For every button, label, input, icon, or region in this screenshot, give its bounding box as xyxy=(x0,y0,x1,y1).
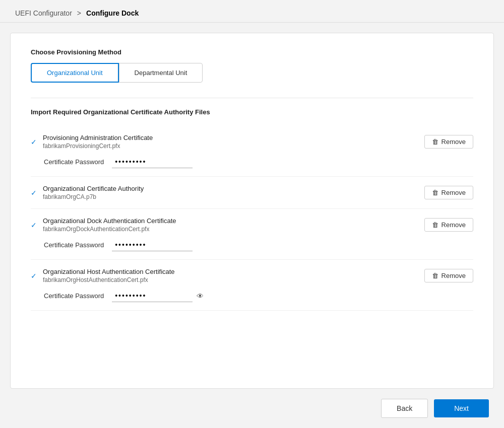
main-panel: Choose Provisioning Method Organizationa… xyxy=(10,33,494,389)
password-label: Certificate Password xyxy=(44,292,104,300)
cert-name: Organizational Host Authentication Certi… xyxy=(43,268,175,275)
cert-name: Organizational Dock Authentication Certi… xyxy=(43,217,176,225)
password-input-wrap: 👁 xyxy=(112,290,206,302)
cert-name: Provisioning Administration Certificate xyxy=(43,134,153,141)
trash-icon: 🗑 xyxy=(432,221,438,229)
cert-password-input-3[interactable] xyxy=(112,239,193,251)
cert-item-org-dock-auth: ✓ Organizational Dock Authentication Cer… xyxy=(31,209,473,260)
check-icon: ✓ xyxy=(31,221,37,229)
cert-row: ✓ Provisioning Administration Certificat… xyxy=(31,134,473,150)
provisioning-tabs: Organizational Unit Departmental Unit xyxy=(31,63,473,83)
next-button[interactable]: Next xyxy=(434,399,489,417)
remove-label: Remove xyxy=(442,189,466,196)
remove-org-ca-button[interactable]: 🗑 Remove xyxy=(424,186,473,199)
certificates-section-title: Import Required Organizational Certifica… xyxy=(31,108,473,116)
cert-left: ✓ Organizational Dock Authentication Cer… xyxy=(31,217,176,233)
section-divider xyxy=(31,98,473,98)
cert-info: Organizational Host Authentication Certi… xyxy=(43,268,175,283)
cert-item-prov-admin: ✓ Provisioning Administration Certificat… xyxy=(31,126,473,177)
cert-info: Organizational Dock Authentication Certi… xyxy=(43,217,176,233)
cert-row: ✓ Organizational Dock Authentication Cer… xyxy=(31,217,473,233)
back-button[interactable]: Back xyxy=(381,399,428,418)
cert-name: Organizational Certificate Authority xyxy=(43,185,144,192)
remove-org-dock-auth-button[interactable]: 🗑 Remove xyxy=(424,218,473,232)
cert-row: ✓ Organizational Certificate Authority f… xyxy=(31,185,473,200)
password-input-wrap xyxy=(112,239,193,251)
password-row: Certificate Password 👁 xyxy=(31,290,473,302)
tab-organizational-unit[interactable]: Organizational Unit xyxy=(31,63,119,83)
remove-label: Remove xyxy=(442,221,466,229)
password-row: Certificate Password xyxy=(31,239,473,251)
remove-org-host-auth-button[interactable]: 🗑 Remove xyxy=(424,269,473,282)
cert-item-org-ca: ✓ Organizational Certificate Authority f… xyxy=(31,177,473,209)
cert-password-input-1[interactable] xyxy=(112,156,193,168)
trash-icon: 🗑 xyxy=(432,138,438,146)
cert-password-input-4[interactable] xyxy=(112,290,193,302)
cert-left: ✓ Organizational Certificate Authority f… xyxy=(31,185,144,200)
check-icon: ✓ xyxy=(31,272,37,280)
remove-label: Remove xyxy=(442,138,466,146)
check-icon: ✓ xyxy=(31,189,37,197)
footer: Back Next xyxy=(0,394,504,428)
cert-info: Provisioning Administration Certificate … xyxy=(43,134,153,150)
check-icon: ✓ xyxy=(31,138,37,146)
password-label: Certificate Password xyxy=(44,158,104,166)
trash-icon: 🗑 xyxy=(432,272,438,279)
breadcrumb-current: Configure Dock xyxy=(86,9,139,17)
cert-info: Organizational Certificate Authority fab… xyxy=(43,185,144,200)
tab-departmental-unit[interactable]: Departmental Unit xyxy=(119,63,203,83)
cert-filename: fabrikamOrgCA.p7b xyxy=(43,193,144,200)
trash-icon: 🗑 xyxy=(432,189,438,196)
breadcrumb-parent: UEFI Configurator xyxy=(15,9,72,17)
remove-label: Remove xyxy=(442,272,466,279)
cert-left: ✓ Organizational Host Authentication Cer… xyxy=(31,268,175,283)
password-row: Certificate Password xyxy=(31,156,473,168)
cert-item-org-host-auth: ✓ Organizational Host Authentication Cer… xyxy=(31,260,473,311)
remove-prov-admin-button[interactable]: 🗑 Remove xyxy=(424,135,473,149)
cert-left: ✓ Provisioning Administration Certificat… xyxy=(31,134,153,150)
cert-row: ✓ Organizational Host Authentication Cer… xyxy=(31,268,473,283)
password-input-wrap xyxy=(112,156,193,168)
cert-filename: fabrikamOrgDockAuthenticationCert.pfx xyxy=(43,226,176,233)
eye-icon: 👁 xyxy=(197,292,204,300)
breadcrumb: UEFI Configurator > Configure Dock xyxy=(0,0,504,23)
breadcrumb-separator: > xyxy=(77,9,81,17)
provisioning-section-title: Choose Provisioning Method xyxy=(31,48,473,56)
password-label: Certificate Password xyxy=(44,241,104,249)
cert-filename: fabrikamOrgHostAuthenticationCert.pfx xyxy=(43,276,175,283)
toggle-password-visibility-button[interactable]: 👁 xyxy=(195,291,206,301)
cert-filename: fabrikamProvisioningCert.pfx xyxy=(43,142,153,150)
